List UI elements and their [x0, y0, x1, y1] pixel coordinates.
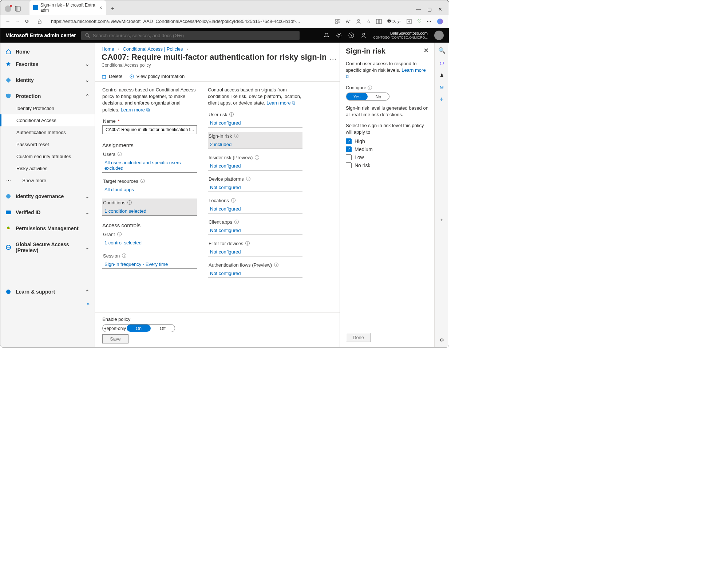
delete-button[interactable]: Delete	[102, 74, 123, 79]
person-icon[interactable]	[356, 19, 361, 24]
gear-icon[interactable]: ⚙	[440, 337, 444, 343]
close-window-icon[interactable]: ✕	[438, 7, 442, 12]
grant-value[interactable]: 1 control selected	[102, 239, 197, 247]
insider-risk-value[interactable]: Not configured	[208, 162, 302, 170]
info-icon[interactable]: i	[245, 241, 250, 245]
info-icon[interactable]: i	[274, 263, 278, 267]
nav-identity-protection[interactable]: Identity Protection	[0, 102, 95, 114]
risk-opt-high[interactable]: ✓High	[346, 138, 428, 144]
info-icon[interactable]: i	[122, 254, 126, 258]
back-icon[interactable]: ←	[5, 19, 10, 24]
add-icon[interactable]: +	[440, 217, 443, 223]
maximize-icon[interactable]: ▢	[427, 7, 432, 12]
extensions-icon[interactable]: +	[335, 19, 341, 24]
info-icon[interactable]: i	[229, 112, 234, 117]
send-icon[interactable]: ✈	[440, 97, 444, 102]
risk-opt-medium[interactable]: ✓Medium	[346, 146, 428, 152]
nav-custom-sec-attr[interactable]: Custom security attributes	[0, 150, 95, 162]
info-icon[interactable]: i	[127, 200, 132, 205]
notifications-icon[interactable]	[324, 32, 329, 38]
info-icon[interactable]: i	[246, 177, 250, 181]
locations-value[interactable]: Not configured	[208, 205, 302, 213]
enable-off[interactable]: Off	[151, 325, 175, 332]
search-input[interactable]	[92, 32, 296, 39]
signin-risk-value[interactable]: 2 included	[208, 140, 302, 149]
new-tab-icon[interactable]: +	[106, 3, 119, 15]
collapse-nav-icon[interactable]: «	[0, 298, 95, 309]
read-aloud-icon[interactable]: A»	[346, 19, 351, 24]
targets-value[interactable]: All cloud apps	[102, 185, 197, 194]
chess-icon[interactable]: ♟	[440, 72, 444, 78]
risk-opt-low[interactable]: Low	[346, 154, 428, 160]
nav-password-reset[interactable]: Password reset	[0, 138, 95, 150]
filter-devices-value[interactable]: Not configured	[208, 248, 302, 256]
info-icon[interactable]: i	[231, 198, 236, 203]
nav-permissions-mgmt[interactable]: Permissions Management	[0, 222, 95, 235]
avatar[interactable]	[434, 31, 444, 40]
settings-icon[interactable]	[336, 32, 342, 38]
nav-global-secure-access[interactable]: Global Secure Access (Preview)⌄	[0, 238, 95, 256]
info-icon[interactable]: i	[255, 155, 259, 160]
collections-icon[interactable]	[406, 19, 412, 24]
tag-icon[interactable]: 🏷	[439, 60, 444, 66]
copilot-icon[interactable]	[436, 18, 444, 25]
users-value[interactable]: All users included and specific users ex…	[102, 158, 197, 172]
brand[interactable]: Microsoft Entra admin center	[5, 32, 76, 38]
enable-policy-toggle[interactable]: Report-only On Off	[102, 324, 175, 332]
refresh-icon[interactable]: ⟳	[25, 19, 29, 24]
enable-report-only[interactable]: Report-only	[103, 325, 127, 332]
profile-icon[interactable]	[5, 5, 11, 12]
nav-identity[interactable]: Identity⌄	[0, 74, 95, 86]
lock-icon[interactable]	[37, 19, 42, 24]
star-icon[interactable]: ☆	[367, 19, 371, 24]
toggle-yes[interactable]: Yes	[346, 93, 368, 100]
nav-home[interactable]: Home	[0, 46, 95, 58]
session-value[interactable]: Sign-in frequency - Every time	[102, 260, 197, 268]
view-policy-info-button[interactable]: View policy information	[129, 74, 185, 79]
nav-favorites[interactable]: Favorites⌄	[0, 58, 95, 70]
nav-learn-support[interactable]: Learn & support⌃	[0, 286, 95, 298]
done-button[interactable]: Done	[346, 333, 371, 342]
browser-tab[interactable]: Sign-in risk - Microsoft Entra adm ×	[29, 0, 106, 15]
crumb-home[interactable]: Home	[102, 46, 114, 52]
info-icon[interactable]: i	[234, 134, 238, 138]
more-icon[interactable]: ⋯	[427, 19, 431, 24]
save-button[interactable]: Save	[102, 334, 128, 343]
nav-conditional-access[interactable]: Conditional Access	[0, 114, 95, 126]
nav-verified-id[interactable]: Verified ID⌄	[0, 206, 95, 219]
info-icon[interactable]: i	[234, 220, 239, 224]
risk-opt-norisk[interactable]: No risk	[346, 162, 428, 168]
outlook-icon[interactable]: ✉	[440, 85, 444, 90]
learn-more-link[interactable]: Learn more ⧉	[121, 107, 150, 113]
client-apps-value[interactable]: Not configured	[208, 226, 302, 235]
policy-name-input[interactable]	[102, 125, 197, 134]
learn-more-link[interactable]: Learn more ⧉	[266, 100, 295, 106]
info-icon[interactable]: i	[118, 152, 122, 156]
close-tab-icon[interactable]: ×	[99, 5, 102, 11]
nav-identity-governance[interactable]: Identity governance⌄	[0, 190, 95, 203]
info-icon[interactable]: i	[141, 179, 145, 183]
info-icon[interactable]: i	[368, 86, 372, 90]
toggle-no[interactable]: No	[368, 93, 389, 100]
nav-show-more[interactable]: ⋯ Show more	[0, 174, 95, 186]
feedback-icon[interactable]	[361, 32, 367, 38]
split-icon[interactable]	[376, 19, 382, 24]
performance-icon[interactable]: ♡	[417, 19, 422, 24]
crumb-ca-policies[interactable]: Conditional Access | Policies	[123, 46, 183, 52]
search-box[interactable]	[81, 31, 300, 40]
workspaces-icon[interactable]	[15, 6, 21, 12]
help-icon[interactable]: ?	[348, 32, 354, 38]
search-icon[interactable]: 🔍	[438, 47, 446, 54]
info-icon[interactable]: i	[117, 232, 122, 236]
nav-protection[interactable]: Protection⌃	[0, 90, 95, 102]
minimize-icon[interactable]: ―	[416, 7, 421, 12]
configure-toggle[interactable]: Yes No	[346, 93, 389, 101]
favorites-icon[interactable]: �ステ	[387, 18, 401, 25]
conditions-value[interactable]: 1 condition selected	[102, 207, 197, 215]
url-field[interactable]: https://entra.microsoft.com/#view/Micros…	[47, 19, 330, 24]
nav-auth-methods[interactable]: Authentication methods	[0, 126, 95, 138]
account-info[interactable]: BalaS@contoso.com CONTOSO (CONTOSO.ONMIC…	[373, 31, 428, 40]
device-platforms-value[interactable]: Not configured	[208, 183, 302, 192]
nav-risky-activities[interactable]: Risky activities	[0, 162, 95, 174]
authflows-value[interactable]: Not configured	[208, 269, 302, 278]
